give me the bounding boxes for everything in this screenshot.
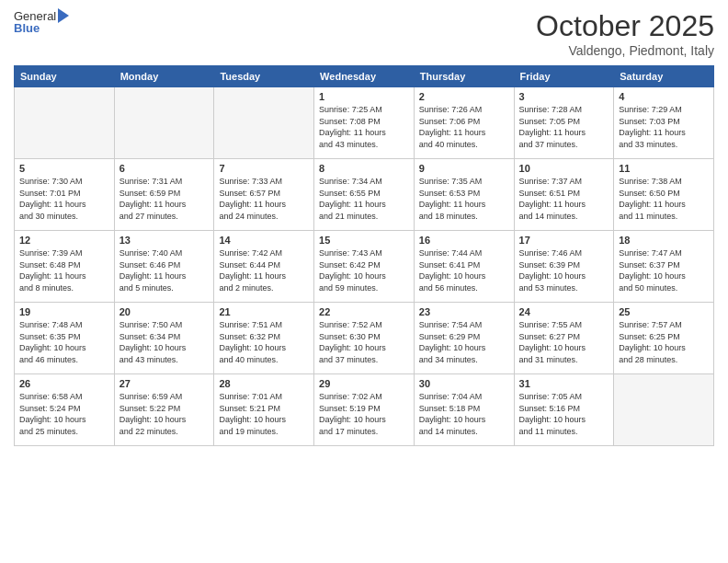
calendar-cell: 28Sunrise: 7:01 AM Sunset: 5:21 PM Dayli… <box>214 374 314 446</box>
month-title: October 2025 <box>536 9 714 43</box>
calendar-cell: 24Sunrise: 7:55 AM Sunset: 6:27 PM Dayli… <box>514 303 614 374</box>
day-info: Sunrise: 7:50 AM Sunset: 6:34 PM Dayligh… <box>119 319 210 365</box>
day-number: 14 <box>219 235 309 246</box>
header: General Blue October 2025 Valdengo, Pied… <box>14 9 714 58</box>
day-info: Sunrise: 7:48 AM Sunset: 6:35 PM Dayligh… <box>19 319 109 365</box>
day-number: 28 <box>219 378 309 389</box>
calendar-cell: 16Sunrise: 7:44 AM Sunset: 6:41 PM Dayli… <box>414 231 514 303</box>
calendar-cell: 12Sunrise: 7:39 AM Sunset: 6:48 PM Dayli… <box>15 231 115 303</box>
day-info: Sunrise: 7:44 AM Sunset: 6:41 PM Dayligh… <box>419 247 509 293</box>
day-info: Sunrise: 7:33 AM Sunset: 6:57 PM Dayligh… <box>219 176 309 222</box>
calendar-cell: 10Sunrise: 7:37 AM Sunset: 6:51 PM Dayli… <box>514 159 614 231</box>
calendar-week-4: 19Sunrise: 7:48 AM Sunset: 6:35 PM Dayli… <box>15 303 714 374</box>
day-number: 3 <box>519 91 609 102</box>
calendar-cell <box>614 374 714 446</box>
calendar-cell: 4Sunrise: 7:29 AM Sunset: 7:03 PM Daylig… <box>614 87 714 159</box>
day-info: Sunrise: 7:30 AM Sunset: 7:01 PM Dayligh… <box>19 176 109 222</box>
day-info: Sunrise: 7:34 AM Sunset: 6:55 PM Dayligh… <box>319 176 409 222</box>
day-info: Sunrise: 7:04 AM Sunset: 5:18 PM Dayligh… <box>419 391 509 437</box>
page-container: General Blue October 2025 Valdengo, Pied… <box>0 0 728 455</box>
day-number: 30 <box>419 378 509 389</box>
day-number: 16 <box>419 235 509 246</box>
day-number: 4 <box>619 91 709 102</box>
calendar-cell: 17Sunrise: 7:46 AM Sunset: 6:39 PM Dayli… <box>514 231 614 303</box>
day-info: Sunrise: 7:43 AM Sunset: 6:42 PM Dayligh… <box>319 247 409 293</box>
day-number: 12 <box>19 235 109 246</box>
calendar-cell: 9Sunrise: 7:35 AM Sunset: 6:53 PM Daylig… <box>414 159 514 231</box>
calendar-cell: 19Sunrise: 7:48 AM Sunset: 6:35 PM Dayli… <box>15 303 115 374</box>
day-number: 2 <box>419 91 509 102</box>
day-info: Sunrise: 7:55 AM Sunset: 6:27 PM Dayligh… <box>519 319 609 365</box>
day-number: 17 <box>519 235 609 246</box>
calendar-cell: 23Sunrise: 7:54 AM Sunset: 6:29 PM Dayli… <box>414 303 514 374</box>
calendar-cell: 1Sunrise: 7:25 AM Sunset: 7:08 PM Daylig… <box>314 87 415 159</box>
day-number: 15 <box>319 235 409 246</box>
day-number: 20 <box>119 306 210 317</box>
calendar-week-5: 26Sunrise: 6:58 AM Sunset: 5:24 PM Dayli… <box>15 374 714 446</box>
calendar-cell: 21Sunrise: 7:51 AM Sunset: 6:32 PM Dayli… <box>214 303 314 374</box>
calendar-cell: 11Sunrise: 7:38 AM Sunset: 6:50 PM Dayli… <box>614 159 714 231</box>
calendar-cell: 5Sunrise: 7:30 AM Sunset: 7:01 PM Daylig… <box>15 159 115 231</box>
calendar-cell: 14Sunrise: 7:42 AM Sunset: 6:44 PM Dayli… <box>214 231 314 303</box>
calendar-cell: 26Sunrise: 6:58 AM Sunset: 5:24 PM Dayli… <box>15 374 115 446</box>
day-number: 23 <box>419 306 509 317</box>
calendar-cell: 30Sunrise: 7:04 AM Sunset: 5:18 PM Dayli… <box>414 374 514 446</box>
day-number: 13 <box>119 235 210 246</box>
header-sunday: Sunday <box>15 66 115 87</box>
logo-blue: Blue <box>14 21 40 35</box>
day-info: Sunrise: 7:35 AM Sunset: 6:53 PM Dayligh… <box>419 176 509 222</box>
day-number: 11 <box>619 163 709 174</box>
day-number: 31 <box>519 378 609 389</box>
day-info: Sunrise: 7:42 AM Sunset: 6:44 PM Dayligh… <box>219 247 309 293</box>
header-monday: Monday <box>114 66 214 87</box>
day-info: Sunrise: 7:40 AM Sunset: 6:46 PM Dayligh… <box>119 247 210 293</box>
calendar-cell: 6Sunrise: 7:31 AM Sunset: 6:59 PM Daylig… <box>114 159 214 231</box>
calendar-cell: 15Sunrise: 7:43 AM Sunset: 6:42 PM Dayli… <box>314 231 415 303</box>
day-info: Sunrise: 7:38 AM Sunset: 6:50 PM Dayligh… <box>619 176 709 222</box>
day-info: Sunrise: 6:58 AM Sunset: 5:24 PM Dayligh… <box>19 391 109 437</box>
day-info: Sunrise: 7:39 AM Sunset: 6:48 PM Dayligh… <box>19 247 109 293</box>
calendar-cell: 27Sunrise: 6:59 AM Sunset: 5:22 PM Dayli… <box>114 374 214 446</box>
calendar-week-2: 5Sunrise: 7:30 AM Sunset: 7:01 PM Daylig… <box>15 159 714 231</box>
calendar-cell: 8Sunrise: 7:34 AM Sunset: 6:55 PM Daylig… <box>314 159 415 231</box>
day-number: 5 <box>19 163 109 174</box>
header-saturday: Saturday <box>614 66 714 87</box>
day-info: Sunrise: 6:59 AM Sunset: 5:22 PM Dayligh… <box>119 391 210 437</box>
logo-arrow-icon <box>58 8 69 23</box>
day-info: Sunrise: 7:31 AM Sunset: 6:59 PM Dayligh… <box>119 176 210 222</box>
calendar-cell <box>114 87 214 159</box>
calendar-week-3: 12Sunrise: 7:39 AM Sunset: 6:48 PM Dayli… <box>15 231 714 303</box>
calendar-week-1: 1Sunrise: 7:25 AM Sunset: 7:08 PM Daylig… <box>15 87 714 159</box>
day-info: Sunrise: 7:26 AM Sunset: 7:06 PM Dayligh… <box>419 104 509 150</box>
calendar-table: Sunday Monday Tuesday Wednesday Thursday… <box>14 65 714 446</box>
calendar-cell: 22Sunrise: 7:52 AM Sunset: 6:30 PM Dayli… <box>314 303 415 374</box>
day-number: 21 <box>219 306 309 317</box>
calendar-cell: 25Sunrise: 7:57 AM Sunset: 6:25 PM Dayli… <box>614 303 714 374</box>
header-wednesday: Wednesday <box>314 66 415 87</box>
location-subtitle: Valdengo, Piedmont, Italy <box>536 43 714 58</box>
calendar-cell <box>214 87 314 159</box>
calendar-cell: 2Sunrise: 7:26 AM Sunset: 7:06 PM Daylig… <box>414 87 514 159</box>
day-info: Sunrise: 7:05 AM Sunset: 5:16 PM Dayligh… <box>519 391 609 437</box>
day-number: 6 <box>119 163 210 174</box>
day-info: Sunrise: 7:37 AM Sunset: 6:51 PM Dayligh… <box>519 176 609 222</box>
day-number: 18 <box>619 235 709 246</box>
calendar-cell: 13Sunrise: 7:40 AM Sunset: 6:46 PM Dayli… <box>114 231 214 303</box>
day-number: 10 <box>519 163 609 174</box>
day-info: Sunrise: 7:57 AM Sunset: 6:25 PM Dayligh… <box>619 319 709 365</box>
calendar-cell: 29Sunrise: 7:02 AM Sunset: 5:19 PM Dayli… <box>314 374 415 446</box>
header-friday: Friday <box>514 66 614 87</box>
header-thursday: Thursday <box>414 66 514 87</box>
day-info: Sunrise: 7:51 AM Sunset: 6:32 PM Dayligh… <box>219 319 309 365</box>
day-number: 27 <box>119 378 210 389</box>
day-number: 9 <box>419 163 509 174</box>
calendar-cell: 3Sunrise: 7:28 AM Sunset: 7:05 PM Daylig… <box>514 87 614 159</box>
calendar-cell: 18Sunrise: 7:47 AM Sunset: 6:37 PM Dayli… <box>614 231 714 303</box>
calendar-cell <box>15 87 115 159</box>
day-info: Sunrise: 7:52 AM Sunset: 6:30 PM Dayligh… <box>319 319 409 365</box>
day-number: 1 <box>319 91 409 102</box>
day-info: Sunrise: 7:54 AM Sunset: 6:29 PM Dayligh… <box>419 319 509 365</box>
day-number: 29 <box>319 378 409 389</box>
day-info: Sunrise: 7:02 AM Sunset: 5:19 PM Dayligh… <box>319 391 409 437</box>
day-number: 25 <box>619 306 709 317</box>
